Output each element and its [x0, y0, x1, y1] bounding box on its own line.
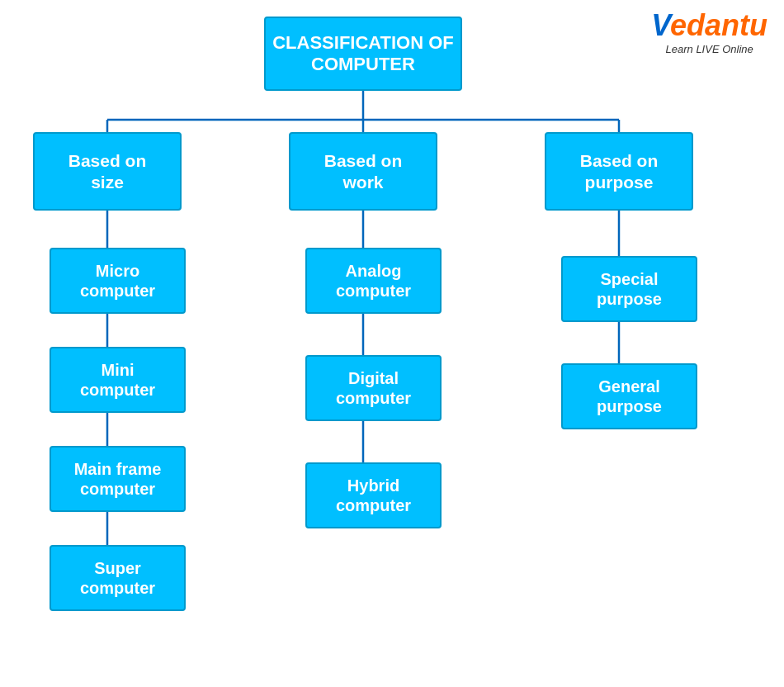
logo-tagline: Learn LIVE Online [651, 43, 767, 55]
special-purpose-box: Specialpurpose [561, 256, 697, 322]
general-purpose-label: Generalpurpose [597, 377, 662, 416]
special-purpose-label: Specialpurpose [597, 269, 662, 309]
category-work-label: Based onwork [324, 150, 403, 192]
category-size-box: Based onsize [33, 132, 182, 211]
micro-computer-label: Microcomputer [80, 261, 155, 301]
mainframe-computer-label: Main framecomputer [74, 459, 162, 499]
digital-computer-box: Digitalcomputer [305, 355, 442, 421]
hybrid-computer-box: Hybridcomputer [305, 462, 442, 528]
general-purpose-box: Generalpurpose [561, 363, 697, 429]
category-size-label: Based onsize [68, 150, 147, 192]
micro-computer-box: Microcomputer [50, 248, 186, 314]
logo-brand: Vedantu [651, 8, 767, 43]
category-purpose-label: Based onpurpose [580, 150, 659, 192]
mainframe-computer-box: Main framecomputer [50, 446, 186, 512]
category-work-box: Based onwork [289, 132, 437, 211]
hybrid-computer-label: Hybridcomputer [336, 476, 411, 515]
mini-computer-box: Minicomputer [50, 347, 186, 413]
title-text: CLASSIFICATION OF COMPUTER [272, 32, 454, 76]
title-box: CLASSIFICATION OF COMPUTER [264, 17, 462, 91]
mini-computer-label: Minicomputer [80, 360, 155, 400]
digital-computer-label: Digitalcomputer [336, 368, 411, 408]
analog-computer-box: Analogcomputer [305, 248, 442, 314]
analog-computer-label: Analogcomputer [336, 261, 411, 301]
super-computer-label: Supercomputer [80, 558, 155, 598]
super-computer-box: Supercomputer [50, 545, 186, 611]
category-purpose-box: Based onpurpose [545, 132, 693, 211]
logo: Vedantu Learn LIVE Online [651, 8, 767, 55]
diagram-container: Vedantu Learn LIVE Online [0, 0, 784, 687]
